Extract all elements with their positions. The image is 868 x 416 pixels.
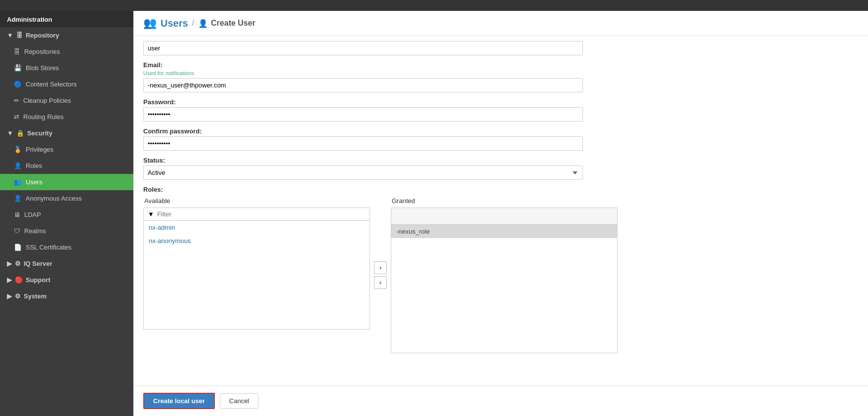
sidebar-item-anonymous-access[interactable]: 👤 Anonymous Access xyxy=(0,190,133,207)
sidebar-item-ldap[interactable]: 🖥 LDAP xyxy=(0,207,133,223)
granted-roles-list: -nexus_role xyxy=(391,225,618,353)
sidebar-section-title: Administration xyxy=(0,11,133,27)
password-input[interactable] xyxy=(143,107,583,122)
granted-item-nexus-role[interactable]: -nexus_role xyxy=(391,225,617,238)
status-row: Status: Active Disabled xyxy=(143,157,858,180)
email-hint: Used for notifications xyxy=(143,70,858,76)
sidebar-item-cleanup-policies[interactable]: ✏ Cleanup Policies xyxy=(0,92,133,109)
breadcrumb-separator: / xyxy=(192,19,194,28)
cancel-button[interactable]: Cancel xyxy=(220,393,258,409)
chevron-down-icon-security: ▼ xyxy=(7,129,13,137)
breadcrumb-title[interactable]: Users xyxy=(161,18,188,29)
confirm-password-row: Confirm password: xyxy=(143,127,858,151)
sidebar-item-blob-stores[interactable]: 💾 Blob Stores xyxy=(0,60,133,76)
anonymous-access-icon: 👤 xyxy=(14,195,22,202)
breadcrumb-sub-title: Create User xyxy=(211,19,255,28)
top-bar xyxy=(0,0,868,11)
chevron-down-icon: ▼ xyxy=(7,32,13,39)
user-input[interactable] xyxy=(143,41,583,55)
sidebar-group-support[interactable]: ▶ 🔴 Support xyxy=(0,272,133,288)
sidebar-item-users[interactable]: 👥 Users xyxy=(0,174,133,190)
ldap-icon: 🖥 xyxy=(14,211,20,218)
content-selectors-icon: 🔵 xyxy=(14,81,22,88)
create-user-icon: 👤 xyxy=(198,19,208,28)
roles-filter: ▼ xyxy=(143,208,370,221)
status-select[interactable]: Active Disabled xyxy=(143,166,583,180)
users-breadcrumb-icon: 👥 xyxy=(143,17,157,30)
role-item-nx-admin[interactable]: nx-admin xyxy=(144,221,370,234)
roles-columns: Available ▼ nx-admin nx-anonymous › xyxy=(143,197,618,353)
repositories-icon: 🗄 xyxy=(14,48,20,55)
ssl-icon: 📄 xyxy=(14,244,22,251)
form-area: Email: Used for notifications Password: … xyxy=(133,36,868,385)
iq-icon: ⚙ xyxy=(15,260,21,267)
support-icon: 🔴 xyxy=(15,276,23,284)
sidebar-item-roles[interactable]: 👤 Roles xyxy=(0,158,133,174)
breadcrumb: 👥 Users / 👤 Create User xyxy=(133,11,868,36)
granted-col-top xyxy=(391,208,618,225)
user-field-row xyxy=(143,41,858,55)
move-left-button[interactable]: ‹ xyxy=(374,276,387,289)
move-right-button[interactable]: › xyxy=(374,261,387,274)
available-roles-list: nx-admin nx-anonymous xyxy=(143,221,370,330)
sidebar-item-ssl-certificates[interactable]: 📄 SSL Certificates xyxy=(0,239,133,255)
confirm-password-label: Confirm password: xyxy=(143,127,858,135)
create-local-user-button[interactable]: Create local user xyxy=(143,393,215,409)
filter-icon: ▼ xyxy=(148,210,154,218)
confirm-password-input[interactable] xyxy=(143,136,583,151)
form-footer: Create local user Cancel xyxy=(133,385,868,416)
security-icon: 🔒 xyxy=(16,129,24,137)
sidebar-item-routing-rules[interactable]: ⇄ Routing Rules xyxy=(0,109,133,125)
status-label: Status: xyxy=(143,157,858,164)
breadcrumb-sub: 👤 Create User xyxy=(198,19,255,28)
email-label: Email: xyxy=(143,61,858,69)
granted-col: Granted -nexus_role xyxy=(391,197,618,353)
system-icon: ⚙ xyxy=(15,292,21,300)
filter-input[interactable] xyxy=(157,210,366,218)
sidebar-group-iq[interactable]: ▶ ⚙ IQ Server xyxy=(0,255,133,272)
sidebar: Administration ▼ 🗄 Repository 🗄 Reposito… xyxy=(0,11,133,416)
sidebar-item-privileges[interactable]: 🏅 Privileges xyxy=(0,141,133,158)
routing-rules-icon: ⇄ xyxy=(14,113,19,121)
roles-section: Roles: Available ▼ nx-admin nx-anonymous xyxy=(143,186,858,353)
sidebar-group-repository[interactable]: ▼ 🗄 Repository xyxy=(0,27,133,43)
email-row: Email: Used for notifications xyxy=(143,61,858,92)
chevron-right-icon-support: ▶ xyxy=(7,276,12,284)
sidebar-item-repositories[interactable]: 🗄 Repositories xyxy=(0,43,133,60)
chevron-right-icon-iq: ▶ xyxy=(7,260,12,267)
privileges-icon: 🏅 xyxy=(14,146,22,153)
available-col-header: Available xyxy=(143,197,370,205)
password-row: Password: xyxy=(143,98,858,122)
sidebar-group-system[interactable]: ▶ ⚙ System xyxy=(0,288,133,304)
chevron-right-icon-system: ▶ xyxy=(7,292,12,300)
users-icon: 👥 xyxy=(14,178,22,186)
roles-arrows: › ‹ xyxy=(370,261,391,289)
sidebar-item-content-selectors[interactable]: 🔵 Content Selectors xyxy=(0,76,133,92)
sidebar-item-realms[interactable]: 🛡 Realms xyxy=(0,223,133,239)
repository-icon: 🗄 xyxy=(16,32,23,39)
cleanup-policies-icon: ✏ xyxy=(14,97,19,104)
blob-stores-icon: 💾 xyxy=(14,64,22,72)
available-col: Available ▼ nx-admin nx-anonymous xyxy=(143,197,370,330)
granted-col-header: Granted xyxy=(391,197,618,205)
password-label: Password: xyxy=(143,98,858,106)
main-content: 👥 Users / 👤 Create User Email: Used for … xyxy=(133,11,868,416)
realms-icon: 🛡 xyxy=(14,227,20,235)
roles-icon: 👤 xyxy=(14,162,22,169)
sidebar-group-security[interactable]: ▼ 🔒 Security xyxy=(0,125,133,141)
email-input[interactable] xyxy=(143,78,583,92)
roles-label: Roles: xyxy=(143,186,858,193)
role-item-nx-anonymous[interactable]: nx-anonymous xyxy=(144,234,370,248)
